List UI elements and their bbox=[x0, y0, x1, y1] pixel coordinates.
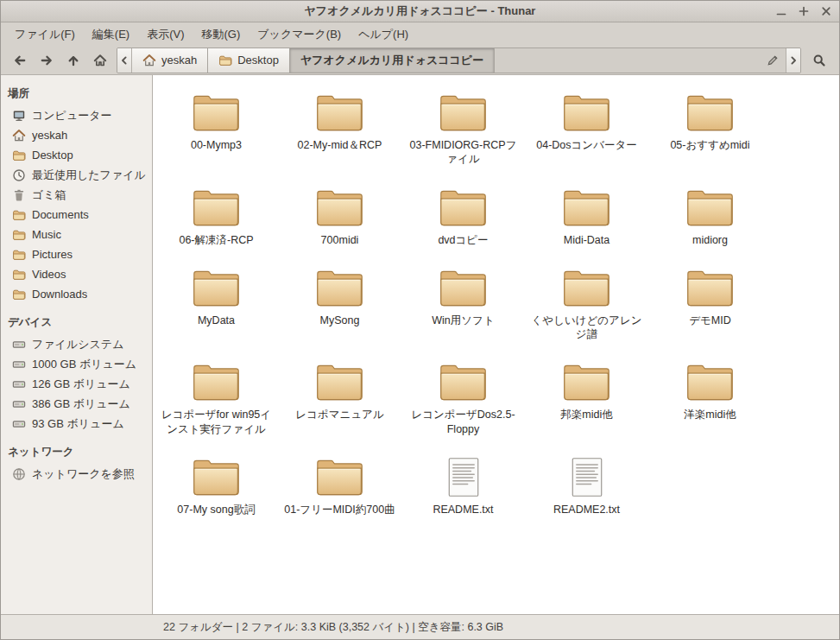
path-scroll-left-button[interactable] bbox=[117, 48, 132, 73]
recent-icon bbox=[12, 168, 26, 182]
file-item[interactable]: 洋楽midi他 bbox=[648, 360, 772, 436]
sidebar-item-downloads[interactable]: Downloads bbox=[1, 284, 152, 304]
sidebar-item-documents[interactable]: Documents bbox=[1, 205, 152, 225]
home-icon bbox=[93, 54, 107, 67]
breadcrumb-desktop[interactable]: Desktop bbox=[208, 48, 290, 73]
sidebar-item-pictures[interactable]: Pictures bbox=[1, 244, 152, 264]
sidebar-item-vol-93gb[interactable]: 93 GB ボリューム bbox=[1, 414, 152, 434]
folder-icon bbox=[12, 248, 26, 262]
sidebar-item-desktop[interactable]: Desktop bbox=[1, 145, 152, 165]
sidebar-item-music[interactable]: Music bbox=[1, 225, 152, 244]
sidebar-item-label: 126 GB ボリューム bbox=[32, 377, 130, 392]
file-item[interactable]: レコポマニュアル bbox=[278, 360, 401, 436]
file-item[interactable]: 02-My-mid＆RCP bbox=[278, 91, 401, 167]
file-item[interactable]: 04-Dosコンバーター bbox=[525, 91, 648, 167]
sidebar-item-home[interactable]: yeskah bbox=[1, 125, 152, 145]
file-item[interactable]: レコポーザfor win95インスト実行ファイル bbox=[155, 360, 278, 436]
menu-file[interactable]: ファイル(F) bbox=[6, 23, 84, 46]
file-grid: 00-Mymp302-My-mid＆RCP03-FMIDIORG-RCPファイル… bbox=[153, 75, 839, 516]
file-name: デモMID bbox=[689, 314, 731, 327]
sidebar-item-network-browse[interactable]: ネットワークを参照 bbox=[1, 464, 152, 484]
breadcrumb-label: ヤフオクメルカリ用ドォスココピー bbox=[300, 53, 483, 68]
sidebar-item-filesystem[interactable]: ファイルシステム bbox=[1, 334, 152, 354]
breadcrumb-yeskah[interactable]: yeskah bbox=[132, 48, 208, 73]
file-item[interactable]: dvdコピー bbox=[401, 186, 525, 247]
file-item[interactable]: 01-フリーMIDI約700曲 bbox=[278, 455, 401, 516]
close-button[interactable] bbox=[818, 3, 834, 19]
menu-go[interactable]: 移動(G) bbox=[193, 23, 249, 46]
file-name: 700midi bbox=[321, 233, 359, 247]
folder-icon bbox=[685, 266, 736, 308]
minimize-button[interactable] bbox=[774, 3, 789, 19]
folder-icon bbox=[12, 268, 26, 282]
folder-icon bbox=[192, 455, 242, 497]
file-item[interactable]: MySong bbox=[278, 266, 401, 342]
search-button[interactable] bbox=[805, 48, 834, 73]
file-item[interactable]: 00-Mymp3 bbox=[155, 91, 278, 167]
titlebar[interactable]: ヤフオクメルカリ用ドォスココピー - Thunar bbox=[1, 1, 839, 22]
folder-icon bbox=[439, 266, 489, 308]
edit-path-button[interactable] bbox=[760, 48, 786, 73]
file-item[interactable]: Midi-Data bbox=[525, 186, 648, 247]
file-item[interactable]: README.txt bbox=[401, 455, 525, 516]
sidebar-item-label: Desktop bbox=[32, 149, 73, 162]
text-file-icon bbox=[447, 457, 480, 497]
chevron-left-icon bbox=[117, 54, 131, 67]
file-icon-box bbox=[571, 455, 603, 497]
menu-bookmarks[interactable]: ブックマーク(B) bbox=[249, 23, 350, 46]
sidebar-item-vol-1000gb[interactable]: 1000 GB ボリューム bbox=[1, 354, 152, 374]
file-name: Midi-Data bbox=[564, 233, 610, 247]
home-button[interactable] bbox=[86, 48, 113, 73]
file-name: 邦楽midi他 bbox=[560, 408, 612, 421]
file-name: くやしいけどのアレンジ譜 bbox=[528, 314, 646, 342]
file-name: MyData bbox=[198, 314, 235, 327]
file-icon-box bbox=[192, 91, 242, 133]
sidebar: 場所コンピューターyeskahDesktop最近使用したファイルゴミ箱Docum… bbox=[1, 75, 153, 614]
breadcrumb-current[interactable]: ヤフオクメルカリ用ドォスココピー bbox=[290, 48, 495, 73]
sidebar-item-trash[interactable]: ゴミ箱 bbox=[1, 185, 152, 205]
drive-icon bbox=[12, 338, 26, 352]
sidebar-item-vol-126gb[interactable]: 126 GB ボリューム bbox=[1, 374, 152, 394]
file-item[interactable]: くやしいけどのアレンジ譜 bbox=[525, 266, 648, 342]
forward-button[interactable] bbox=[33, 48, 60, 73]
file-item[interactable]: 700midi bbox=[278, 186, 401, 247]
sidebar-header-devices: デバイス bbox=[1, 311, 152, 334]
sidebar-item-computer[interactable]: コンピューター bbox=[1, 105, 152, 125]
sidebar-item-videos[interactable]: Videos bbox=[1, 264, 152, 284]
sidebar-item-label: Downloads bbox=[32, 288, 87, 301]
file-item[interactable]: 邦楽midi他 bbox=[525, 360, 648, 436]
menu-view[interactable]: 表示(V) bbox=[138, 23, 193, 46]
file-name: 07-My song歌詞 bbox=[177, 503, 255, 516]
file-item[interactable]: 07-My song歌詞 bbox=[155, 455, 278, 516]
drive-icon bbox=[12, 417, 26, 431]
network-icon bbox=[12, 467, 26, 481]
window-controls bbox=[774, 1, 834, 22]
up-button[interactable] bbox=[60, 48, 86, 73]
menu-help[interactable]: ヘルプ(H) bbox=[350, 23, 417, 46]
sidebar-item-recent[interactable]: 最近使用したファイル bbox=[1, 165, 152, 185]
maximize-button[interactable] bbox=[796, 3, 812, 19]
file-item[interactable]: レコンポーザDos2.5-Floppy bbox=[401, 360, 525, 436]
file-item[interactable]: 05-おすすめmidi bbox=[648, 91, 772, 167]
file-name: レコポマニュアル bbox=[295, 408, 383, 421]
file-item[interactable]: midiorg bbox=[648, 186, 772, 247]
drive-icon bbox=[12, 377, 26, 391]
file-item[interactable]: Win用ソフト bbox=[401, 266, 525, 342]
file-item[interactable]: README2.txt bbox=[525, 455, 648, 516]
back-button[interactable] bbox=[6, 48, 33, 73]
folder-icon bbox=[685, 186, 736, 228]
file-item[interactable]: デモMID bbox=[648, 266, 772, 342]
file-item[interactable]: 06-解凍済-RCP bbox=[155, 186, 278, 247]
sidebar-item-vol-386gb[interactable]: 386 GB ボリューム bbox=[1, 394, 152, 414]
sidebar-item-label: 最近使用したファイル bbox=[32, 168, 146, 183]
file-item[interactable]: MyData bbox=[155, 266, 278, 342]
folder-icon bbox=[192, 266, 242, 308]
nav-buttons bbox=[6, 48, 113, 73]
file-item[interactable]: 03-FMIDIORG-RCPファイル bbox=[401, 91, 525, 167]
file-icon-box bbox=[315, 91, 365, 133]
menu-edit[interactable]: 編集(E) bbox=[84, 23, 138, 46]
statusbar-text: 22 フォルダー | 2 ファイル: 3.3 KiB (3,352 バイト) |… bbox=[163, 620, 503, 635]
path-scroll-right-button[interactable] bbox=[786, 48, 800, 73]
folder-icon bbox=[439, 360, 489, 402]
file-name: 05-おすすめmidi bbox=[670, 138, 749, 152]
